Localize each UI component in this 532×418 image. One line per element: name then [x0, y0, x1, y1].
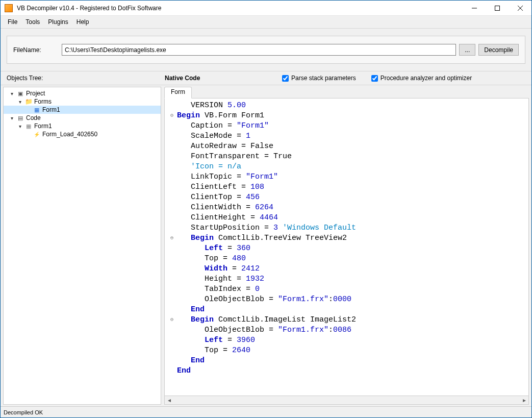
close-button[interactable] — [509, 1, 531, 15]
parse-stack-checkbox-input[interactable] — [282, 75, 289, 82]
fold-gutter — [167, 213, 177, 223]
fold-gutter — [167, 172, 177, 182]
objects-tree[interactable]: ▾ Project ▾ Forms — [3, 87, 161, 405]
menu-help[interactable]: Help — [72, 17, 93, 27]
fold-gutter — [167, 254, 177, 264]
code-line[interactable]: FontTransparent = True — [167, 152, 528, 162]
project-icon — [16, 90, 24, 97]
code-line[interactable]: Caption = "Form1" — [167, 121, 528, 131]
code-line[interactable]: 'Icon = n/a — [167, 162, 528, 172]
fold-gutter — [167, 305, 177, 315]
browse-button[interactable]: ... — [459, 44, 475, 56]
expand-icon[interactable]: ▾ — [9, 115, 15, 121]
proc-analyzer-checkbox-input[interactable] — [371, 75, 378, 82]
maximize-button[interactable] — [486, 1, 509, 15]
fold-gutter — [167, 192, 177, 203]
fold-gutter[interactable]: ⊖ — [167, 111, 177, 121]
code-line[interactable]: ⊖ Begin ComctlLib.ImageList ImageList2 — [167, 315, 528, 325]
code-line[interactable]: ClientWidth = 6264 — [167, 203, 528, 213]
folder-icon — [24, 98, 33, 105]
code-line[interactable]: ClientLeft = 108 — [167, 182, 528, 192]
parse-stack-checkbox[interactable]: Parse stack parameters — [282, 75, 356, 82]
tree-node-form1[interactable]: ▾ Form1 — [4, 106, 161, 114]
code-line[interactable]: Left = 3960 — [167, 335, 528, 346]
tree-node-formload[interactable]: ▾ Form_Load_402650 — [4, 130, 161, 138]
menu-tools[interactable]: Tools — [21, 17, 44, 27]
decompile-button[interactable]: Decompile — [478, 44, 519, 56]
header-row: Objects Tree: Native Code Parse stack pa… — [1, 71, 531, 85]
app-window: VB Decompiler v10.4 - Registered to DotF… — [0, 0, 532, 418]
code-line[interactable]: Top = 480 — [167, 254, 528, 264]
tree-node-forms[interactable]: ▾ Forms — [4, 97, 161, 106]
code-line[interactable]: Top = 2640 — [167, 346, 528, 356]
code-line[interactable]: Left = 360 — [167, 243, 528, 254]
horizontal-scrollbar[interactable]: ◂ ▸ — [164, 396, 529, 405]
code-line[interactable]: Height = 1932 — [167, 274, 528, 284]
fold-gutter — [167, 366, 177, 376]
proc-analyzer-checkbox[interactable]: Procedure analyzer and optimizer — [371, 75, 472, 82]
file-panel: FileName: ... Decompile — [1, 29, 531, 71]
filename-input[interactable] — [62, 44, 456, 56]
tree-node-code-form1[interactable]: ▾ Form1 — [4, 122, 161, 130]
expand-icon[interactable]: ▾ — [17, 124, 23, 129]
code-editor[interactable]: VERSION 5.00⊖Begin VB.Form Form1 Caption… — [164, 98, 529, 396]
code-icon — [16, 114, 24, 121]
tree-node-code[interactable]: ▾ Code — [4, 114, 161, 122]
fold-gutter — [167, 152, 177, 162]
code-line[interactable]: ⊖Begin VB.Form Form1 — [167, 111, 528, 121]
code-line[interactable]: OleObjectBlob = "Form1.frx":0000 — [167, 294, 528, 305]
app-icon — [5, 4, 13, 12]
tab-bar: Form — [164, 87, 529, 98]
menu-file[interactable]: File — [4, 17, 21, 27]
expand-icon[interactable]: ▾ — [9, 91, 15, 96]
filename-label: FileName: — [13, 46, 62, 54]
fold-gutter — [167, 203, 177, 213]
code-line[interactable]: TabIndex = 0 — [167, 284, 528, 294]
code-line[interactable]: AutoRedraw = False — [167, 141, 528, 152]
fold-gutter — [167, 243, 177, 254]
code-line[interactable]: Width = 2412 — [167, 264, 528, 274]
fold-gutter — [167, 284, 177, 294]
status-bar: Decompiled OK — [1, 406, 531, 417]
svg-rect-1 — [495, 6, 499, 10]
fold-gutter — [167, 223, 177, 233]
fold-gutter — [167, 294, 177, 305]
fold-gutter — [167, 325, 177, 335]
form-icon — [33, 106, 41, 113]
status-text: Decompiled OK — [4, 409, 43, 415]
code-line[interactable]: ClientTop = 456 — [167, 192, 528, 203]
menu-plugins[interactable]: Plugins — [44, 17, 72, 27]
code-line[interactable]: End — [167, 366, 528, 376]
objects-tree-label: Objects Tree: — [7, 75, 165, 82]
code-line[interactable]: ScaleMode = 1 — [167, 131, 528, 141]
code-line[interactable]: ⊖ Begin ComctlLib.TreeView TreeView2 — [167, 233, 528, 243]
code-line[interactable]: End — [167, 305, 528, 315]
code-pane: Form VERSION 5.00⊖Begin VB.Form Form1 Ca… — [164, 87, 529, 405]
titlebar[interactable]: VB Decompiler v10.4 - Registered to DotF… — [1, 1, 531, 16]
code-line[interactable]: StartUpPosition = 3 'Windows Default — [167, 223, 528, 233]
scroll-right-icon[interactable]: ▸ — [520, 396, 528, 404]
fold-gutter[interactable]: ⊖ — [167, 233, 177, 243]
expand-icon[interactable]: ▾ — [17, 99, 23, 105]
fold-gutter — [167, 274, 177, 284]
fold-gutter — [167, 182, 177, 192]
code-line[interactable]: LinkTopic = "Form1" — [167, 172, 528, 182]
tree-node-project[interactable]: ▾ Project — [4, 89, 161, 97]
fold-gutter — [167, 356, 177, 366]
code-line[interactable]: OleObjectBlob = "Form1.frx":0086 — [167, 325, 528, 335]
code-line[interactable]: ClientHeight = 4464 — [167, 213, 528, 223]
scroll-left-icon[interactable]: ◂ — [165, 396, 173, 404]
fold-gutter — [167, 346, 177, 356]
form-icon — [24, 122, 33, 130]
tab-form[interactable]: Form — [164, 87, 192, 99]
fold-gutter[interactable]: ⊖ — [167, 315, 177, 325]
code-line[interactable]: End — [167, 356, 528, 366]
code-line[interactable]: VERSION 5.00 — [167, 101, 528, 111]
menubar: File Tools Plugins Help — [1, 16, 531, 29]
fold-gutter — [167, 101, 177, 111]
native-code-label: Native Code — [165, 75, 282, 82]
fold-gutter — [167, 141, 177, 152]
fold-gutter — [167, 131, 177, 141]
function-icon — [33, 131, 41, 138]
minimize-button[interactable] — [463, 1, 486, 15]
